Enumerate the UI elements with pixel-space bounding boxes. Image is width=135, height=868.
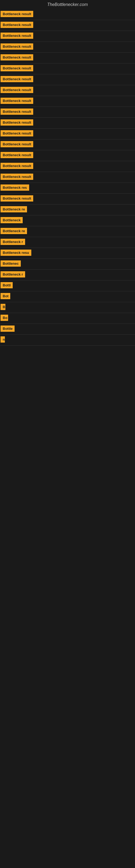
bottleneck-result-label[interactable]: Bo bbox=[1, 315, 8, 321]
bottleneck-result-label[interactable]: Bottleneck result bbox=[1, 98, 33, 104]
bottleneck-result-label[interactable]: Bottleneck r bbox=[1, 271, 25, 278]
list-item: Bottleneck r bbox=[0, 270, 135, 280]
bottleneck-result-label[interactable]: Bottleneck result bbox=[1, 22, 33, 28]
bottleneck-result-label[interactable]: Bottle bbox=[1, 326, 14, 332]
list-item: Bottleneck result bbox=[0, 53, 135, 63]
bottleneck-result-label[interactable]: B bbox=[1, 304, 5, 310]
list-item: Bottleneck result bbox=[0, 96, 135, 107]
bottleneck-result-label[interactable]: Bottleneck result bbox=[1, 174, 33, 180]
bottleneck-result-label[interactable]: n bbox=[1, 336, 5, 343]
main-container: TheBottlenecker.com Bottleneck resultBot… bbox=[0, 0, 135, 346]
list-item: Bottleneck result bbox=[0, 150, 135, 161]
bottleneck-result-label[interactable]: Bottleneck re bbox=[1, 228, 27, 234]
bottleneck-result-label[interactable]: Bottleneck re bbox=[1, 206, 27, 212]
list-item: Bottleneck result bbox=[0, 107, 135, 118]
list-item: Bottleneck result bbox=[0, 129, 135, 140]
bottleneck-result-label[interactable]: Bottleneck result bbox=[1, 119, 33, 126]
list-item: Bo bbox=[0, 313, 135, 324]
list-item: Bottleneck result bbox=[0, 194, 135, 205]
bottleneck-result-label[interactable]: Bottleneck result bbox=[1, 163, 33, 169]
list-item: Bottleneck result bbox=[0, 118, 135, 129]
list-item: Bottleneck result bbox=[0, 161, 135, 172]
list-item: Bottleneck result bbox=[0, 140, 135, 150]
list-item: Bottleneck result bbox=[0, 9, 135, 20]
list-item: Bottleneck bbox=[0, 215, 135, 226]
bottleneck-result-label[interactable]: Bottleneck result bbox=[1, 11, 33, 17]
list-item: Bottleneck result bbox=[0, 172, 135, 183]
list-item: Bot bbox=[0, 291, 135, 302]
bottleneck-result-label[interactable]: Bottleneck result bbox=[1, 76, 33, 82]
list-item: Bottleneck result bbox=[0, 74, 135, 85]
bottleneck-result-label[interactable]: Bottleneck r bbox=[1, 239, 25, 245]
bottleneck-result-label[interactable]: Bottleneck bbox=[1, 217, 23, 223]
bottleneck-result-label[interactable]: Bottleneck result bbox=[1, 195, 33, 202]
list-item: Bottleneck re bbox=[0, 226, 135, 237]
list-item: n bbox=[0, 335, 135, 346]
list-item: Bottleneck result bbox=[0, 42, 135, 53]
list-item: Bottlenec bbox=[0, 259, 135, 270]
list-item: Bottleneck result bbox=[0, 31, 135, 42]
bottleneck-result-label[interactable]: Bottlenec bbox=[1, 260, 21, 267]
list-item: Bottle bbox=[0, 324, 135, 335]
bottleneck-result-label[interactable]: Bottl bbox=[1, 282, 13, 288]
bottleneck-result-label[interactable]: Bottleneck result bbox=[1, 130, 33, 136]
site-title: TheBottlenecker.com bbox=[0, 0, 135, 9]
bottleneck-result-label[interactable]: Bottleneck resu bbox=[1, 250, 31, 256]
bottleneck-result-label[interactable]: Bottleneck result bbox=[1, 152, 33, 158]
list-item: Bottleneck result bbox=[0, 63, 135, 74]
list-item: Bottleneck res bbox=[0, 183, 135, 194]
list-item: B bbox=[0, 302, 135, 313]
list-item: Bottleneck r bbox=[0, 237, 135, 248]
bottleneck-result-label[interactable]: Bottleneck res bbox=[1, 184, 29, 191]
bottleneck-result-label[interactable]: Bottleneck result bbox=[1, 65, 33, 71]
list-item: Bottleneck result bbox=[0, 85, 135, 96]
bottleneck-result-label[interactable]: Bottleneck result bbox=[1, 33, 33, 39]
bottleneck-result-label[interactable]: Bottleneck result bbox=[1, 54, 33, 61]
list-item: Bottleneck result bbox=[0, 20, 135, 31]
list-item: Bottl bbox=[0, 280, 135, 291]
list-item: Bottleneck resu bbox=[0, 248, 135, 259]
list-item: Bottleneck re bbox=[0, 205, 135, 215]
bottleneck-result-label[interactable]: Bottleneck result bbox=[1, 108, 33, 115]
bottleneck-result-label[interactable]: Bottleneck result bbox=[1, 87, 33, 93]
bottleneck-result-label[interactable]: Bottleneck result bbox=[1, 43, 33, 50]
bottleneck-result-label[interactable]: Bottleneck result bbox=[1, 141, 33, 147]
bottleneck-result-label[interactable]: Bot bbox=[1, 293, 10, 299]
